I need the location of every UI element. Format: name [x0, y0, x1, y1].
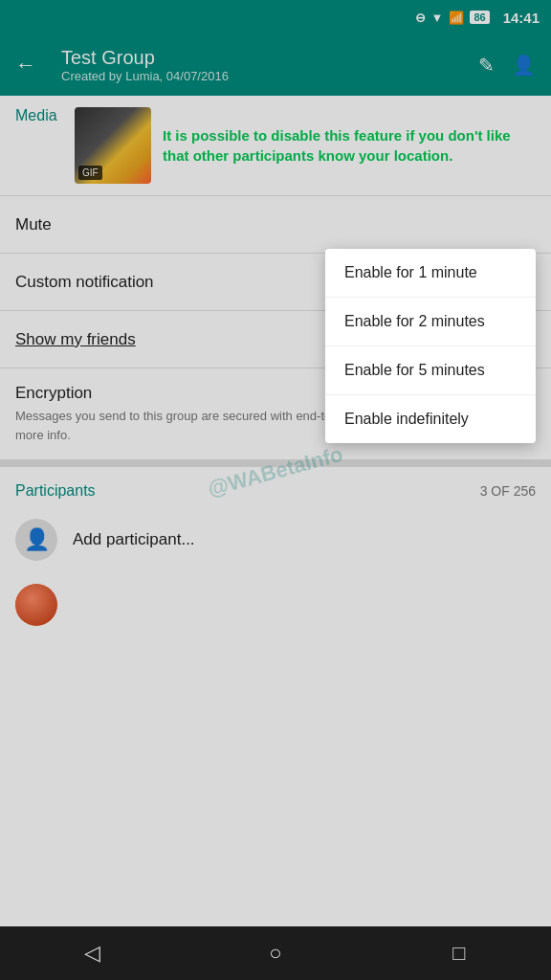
- dropdown-item-2min[interactable]: Enable for 2 minutes: [325, 298, 536, 346]
- dropdown-item-5min[interactable]: Enable for 5 minutes: [325, 346, 536, 395]
- dropdown-item-indefinitely[interactable]: Enable indefinitely: [325, 395, 536, 443]
- dropdown-item-1min[interactable]: Enable for 1 minute: [325, 249, 536, 298]
- dropdown-menu: Enable for 1 minute Enable for 2 minutes…: [325, 249, 536, 443]
- dropdown-overlay[interactable]: [0, 0, 551, 980]
